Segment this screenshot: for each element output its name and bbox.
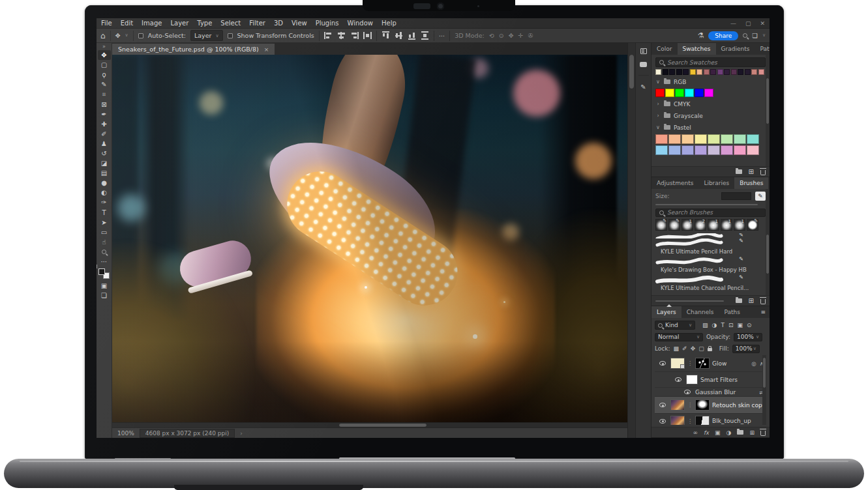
- filter-toggle-icon[interactable]: ⊙: [747, 322, 752, 328]
- brush-name[interactable]: Kyle's Drawing Box - Happy HB: [655, 266, 766, 275]
- layer-row-blk-touch-up[interactable]: ⋮ Blk_touch_up: [655, 414, 766, 425]
- link-layers-icon[interactable]: ∞: [693, 429, 698, 436]
- swatch[interactable]: [681, 145, 694, 155]
- eraser-tool[interactable]: ◪: [98, 158, 111, 168]
- tab-patterns[interactable]: Patterns: [755, 43, 770, 55]
- lock-artboard-icon[interactable]: ▢: [698, 345, 704, 352]
- quick-selection-tool[interactable]: ✎: [98, 79, 111, 89]
- align-horizontal-centers-icon[interactable]: [337, 32, 346, 39]
- swatch[interactable]: [708, 145, 720, 155]
- brush-preset-chip[interactable]: 1: [681, 219, 693, 231]
- status-expand-icon[interactable]: ›: [240, 430, 243, 437]
- align-left-edges-icon[interactable]: [324, 32, 333, 39]
- 3d-pan-icon[interactable]: ✥: [509, 33, 514, 39]
- new-swatch-icon[interactable]: ⊞: [749, 168, 754, 175]
- brush-name[interactable]: KYLE Ultimate Charcoal Pencil...: [655, 284, 766, 293]
- swatch[interactable]: [696, 69, 702, 75]
- swatch[interactable]: [685, 89, 694, 97]
- smart-filter-icon[interactable]: ◎: [751, 360, 756, 367]
- toolbar-collapse-icon[interactable]: »: [102, 44, 106, 50]
- fill-dropdown[interactable]: 100% ∨: [732, 345, 760, 353]
- quick-mask-button[interactable]: ▣: [98, 281, 111, 291]
- tab-channels[interactable]: Channels: [681, 306, 719, 318]
- default-colors-icon[interactable]: [97, 265, 97, 268]
- filter-name[interactable]: Gaussian Blur: [695, 389, 756, 396]
- swatch[interactable]: [734, 134, 746, 144]
- path-selection-tool[interactable]: ➤: [98, 218, 111, 227]
- history-panel-icon[interactable]: [640, 48, 647, 54]
- layer-mask-thumbnail[interactable]: [695, 399, 710, 411]
- panel-scrollbar-thumb[interactable]: [766, 235, 769, 274]
- brush-name[interactable]: KYLE Ultimate Pencil Hard: [655, 248, 766, 257]
- visibility-eye-icon[interactable]: [675, 377, 681, 382]
- filter-shape-layers-icon[interactable]: ⊡: [728, 322, 734, 328]
- swatch-group-cmyk[interactable]: › CMYK: [655, 99, 766, 109]
- swatch[interactable]: [683, 69, 689, 75]
- rectangular-marquee-tool[interactable]: ▢: [98, 60, 111, 70]
- chevron-down-icon[interactable]: ∨: [125, 33, 128, 38]
- panel-scrollbar-thumb[interactable]: [766, 78, 769, 124]
- swatch[interactable]: [665, 89, 674, 97]
- brush-preset-chip[interactable]: ✎: [747, 219, 758, 231]
- new-layer-icon[interactable]: ⊞: [749, 429, 755, 436]
- menu-view[interactable]: View: [292, 20, 307, 27]
- filter-adjustment-layers-icon[interactable]: ◑: [712, 322, 717, 328]
- filter-smart-objects-icon[interactable]: ▣: [737, 322, 743, 328]
- menu-type[interactable]: Type: [197, 20, 212, 27]
- filter-type-layers-icon[interactable]: T: [721, 322, 725, 328]
- delete-swatch-icon[interactable]: [760, 170, 766, 175]
- swatch[interactable]: [669, 69, 675, 75]
- swatch[interactable]: [668, 134, 681, 144]
- layer-thumbnail[interactable]: [670, 399, 685, 411]
- distribute-horizontal-icon[interactable]: [363, 32, 372, 39]
- screen-mode-button[interactable]: ❏: [98, 291, 111, 300]
- blur-tool[interactable]: ●: [98, 178, 111, 188]
- visibility-eye-icon[interactable]: [684, 390, 691, 394]
- lock-all-icon[interactable]: [708, 348, 712, 351]
- layer-thumbnail[interactable]: [670, 416, 685, 425]
- edit-toolbar[interactable]: ⋯: [98, 257, 111, 267]
- horizontal-scrollbar[interactable]: [112, 422, 627, 427]
- 3d-camera-icon[interactable]: ✇: [528, 33, 533, 39]
- swatch[interactable]: [695, 145, 707, 155]
- close-button[interactable]: ✕: [760, 20, 765, 27]
- tab-adjustments[interactable]: Adjustments: [651, 177, 698, 189]
- swatch[interactable]: [721, 134, 733, 144]
- panel-menu-icon[interactable]: ≡: [756, 306, 770, 318]
- swatch[interactable]: [668, 145, 681, 155]
- history-brush-tool[interactable]: ↺: [98, 149, 111, 158]
- swatch[interactable]: [724, 69, 730, 75]
- swatch[interactable]: [695, 134, 707, 144]
- gradient-tool[interactable]: ▤: [98, 168, 111, 178]
- swatch[interactable]: [695, 89, 704, 97]
- zoom-tool[interactable]: [98, 247, 111, 257]
- swatch[interactable]: [655, 69, 661, 75]
- color-chips[interactable]: [98, 268, 110, 279]
- swatch[interactable]: [675, 89, 684, 97]
- brushes-search-field[interactable]: Search Brushes: [655, 209, 766, 217]
- move-tool[interactable]: ✥: [98, 50, 111, 60]
- brush-list-zoom-slider[interactable]: [655, 300, 724, 302]
- swatch[interactable]: [655, 134, 668, 144]
- brush-preset-chip[interactable]: 1: [734, 219, 745, 231]
- lasso-tool[interactable]: ϙ: [98, 70, 111, 79]
- frame-tool[interactable]: ⊠: [98, 99, 111, 109]
- tab-libraries[interactable]: Libraries: [698, 177, 734, 189]
- foreground-color-chip[interactable]: [98, 268, 105, 275]
- rectangle-tool[interactable]: ▭: [98, 227, 111, 237]
- search-icon[interactable]: [743, 33, 747, 38]
- distribute-vertical-icon[interactable]: [421, 31, 428, 40]
- align-vertical-centers-icon[interactable]: [395, 31, 402, 40]
- minimize-button[interactable]: —: [730, 20, 736, 27]
- panel-menu-icon[interactable]: ≡: [768, 177, 770, 189]
- panel-scrollbar[interactable]: [766, 189, 770, 295]
- brush-preset-chip[interactable]: ✎: [668, 219, 680, 231]
- tab-layers[interactable]: Layers: [651, 306, 681, 318]
- menu-window[interactable]: Window: [348, 20, 373, 27]
- menu-3d[interactable]: 3D: [274, 20, 283, 27]
- align-right-edges-icon[interactable]: [350, 32, 359, 39]
- swatch[interactable]: [717, 69, 723, 75]
- swatch[interactable]: [738, 69, 743, 75]
- hand-tool[interactable]: ☝: [98, 237, 111, 247]
- swatch-group-rgb[interactable]: ∨ RGB: [655, 77, 766, 87]
